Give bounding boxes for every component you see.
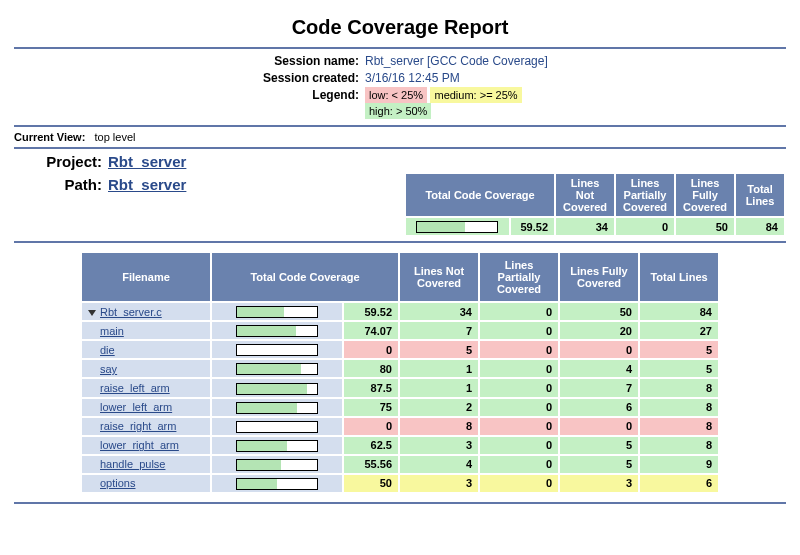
cell-not: 4: [400, 456, 478, 473]
cell-part: 0: [480, 475, 558, 492]
cell-pct: 0: [344, 418, 399, 435]
cell-lines: 9: [640, 456, 718, 473]
cell-pct: 50: [344, 475, 399, 492]
function-link[interactable]: say: [100, 363, 117, 375]
col-filename: Filename: [82, 253, 210, 301]
divider: [14, 241, 786, 243]
function-link[interactable]: raise_right_arm: [100, 420, 176, 432]
cell-lines: 8: [640, 437, 718, 454]
function-link[interactable]: die: [100, 344, 115, 356]
function-link[interactable]: raise_left_arm: [100, 382, 170, 394]
summary-table: Total Code Coverage Lines Not Covered Li…: [404, 172, 786, 237]
cell-lines: 6: [640, 475, 718, 492]
function-link[interactable]: lower_left_arm: [100, 401, 172, 413]
cell-full: 0: [560, 418, 638, 435]
session-name-label: Session name:: [14, 53, 365, 69]
coverage-bar: [236, 421, 318, 433]
coverage-bar-cell: [212, 456, 342, 473]
function-link[interactable]: handle_pulse: [100, 458, 165, 470]
table-row: die05005: [82, 341, 718, 358]
col-lines-fully-covered: Lines Fully Covered: [676, 174, 734, 216]
coverage-bar: [416, 221, 498, 233]
legend-medium: medium: >= 25%: [430, 87, 521, 103]
table-row: lower_left_arm752068: [82, 399, 718, 416]
table-row: say801045: [82, 360, 718, 377]
project-link[interactable]: Rbt_server: [108, 153, 186, 170]
coverage-bar-cell: [212, 399, 342, 416]
table-row: raise_right_arm08008: [82, 418, 718, 435]
coverage-bar: [236, 402, 318, 414]
function-link[interactable]: options: [100, 477, 135, 489]
table-row: raise_left_arm87.51078: [82, 379, 718, 396]
function-row[interactable]: die: [82, 341, 210, 358]
cell-lines: 8: [640, 399, 718, 416]
cell-part: 0: [480, 341, 558, 358]
cell-lines: 5: [640, 360, 718, 377]
cell-pct: 74.07: [344, 322, 399, 339]
current-view: Current View: top level: [14, 131, 786, 143]
coverage-bar: [236, 306, 318, 318]
project-row: Project: Rbt_server: [14, 153, 786, 170]
cell-full: 5: [560, 437, 638, 454]
cell-part: 0: [480, 437, 558, 454]
function-row[interactable]: say: [82, 360, 210, 377]
cell-lines: 5: [640, 341, 718, 358]
table-row: handle_pulse55.564059: [82, 456, 718, 473]
col-lines-not-covered: Lines Not Covered: [400, 253, 478, 301]
divider: [14, 147, 786, 149]
coverage-bar-cell: [212, 475, 342, 492]
cell-full: 20: [560, 322, 638, 339]
coverage-bar: [236, 459, 318, 471]
table-row: main74.07702027: [82, 322, 718, 339]
file-row[interactable]: Rbt_server.c: [82, 303, 210, 320]
summary-not: 34: [556, 218, 614, 235]
cell-full: 3: [560, 475, 638, 492]
cell-not: 8: [400, 418, 478, 435]
cell-part: 0: [480, 399, 558, 416]
table-row: Rbt_server.c59.523405084: [82, 303, 718, 320]
cell-part: 0: [480, 418, 558, 435]
col-lines-not-covered: Lines Not Covered: [556, 174, 614, 216]
col-lines-partially-covered: Lines Partially Covered: [616, 174, 674, 216]
coverage-bar: [236, 383, 318, 395]
session-created-label: Session created:: [14, 70, 365, 86]
cell-full: 7: [560, 379, 638, 396]
cell-pct: 80: [344, 360, 399, 377]
function-row[interactable]: main: [82, 322, 210, 339]
cell-not: 1: [400, 360, 478, 377]
cell-not: 1: [400, 379, 478, 396]
coverage-bar-cell: [212, 418, 342, 435]
coverage-bar-cell: [212, 437, 342, 454]
expand-icon[interactable]: [88, 310, 96, 316]
function-row[interactable]: raise_right_arm: [82, 418, 210, 435]
function-link[interactable]: lower_right_arm: [100, 439, 179, 451]
session-meta: Session name: Rbt_server [GCC Code Cover…: [14, 53, 786, 119]
coverage-bar-cell: [212, 360, 342, 377]
legend-label: Legend:: [14, 87, 365, 119]
cell-part: 0: [480, 360, 558, 377]
function-row[interactable]: options: [82, 475, 210, 492]
summary-lines: 84: [736, 218, 784, 235]
function-row[interactable]: lower_right_arm: [82, 437, 210, 454]
function-link[interactable]: main: [100, 325, 124, 337]
file-link[interactable]: Rbt_server.c: [100, 306, 162, 318]
col-total-lines: Total Lines: [640, 253, 718, 301]
cell-not: 7: [400, 322, 478, 339]
cell-full: 50: [560, 303, 638, 320]
function-row[interactable]: raise_left_arm: [82, 379, 210, 396]
cell-full: 0: [560, 341, 638, 358]
col-total-lines: Total Lines: [736, 174, 784, 216]
function-row[interactable]: handle_pulse: [82, 456, 210, 473]
current-view-label: Current View:: [14, 131, 85, 143]
divider: [14, 125, 786, 127]
function-row[interactable]: lower_left_arm: [82, 399, 210, 416]
col-lines-fully-covered: Lines Fully Covered: [560, 253, 638, 301]
path-link[interactable]: Rbt_server: [108, 176, 186, 193]
cell-pct: 62.5: [344, 437, 399, 454]
cell-part: 0: [480, 322, 558, 339]
cell-full: 6: [560, 399, 638, 416]
coverage-bar: [236, 344, 318, 356]
project-label: Project:: [14, 153, 108, 170]
col-total-coverage: Total Code Coverage: [212, 253, 398, 301]
table-row: options503036: [82, 475, 718, 492]
